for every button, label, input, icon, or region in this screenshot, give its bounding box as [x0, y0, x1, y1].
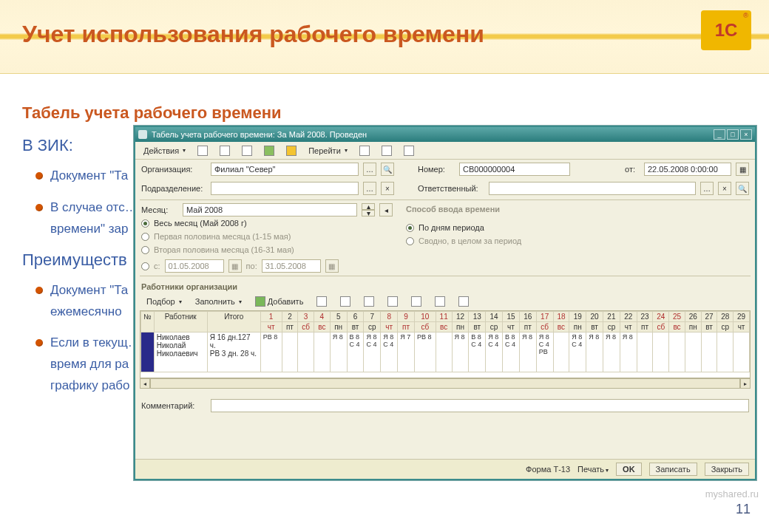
radio-full-month[interactable]: Весь месяц (Май 2008 г)	[141, 216, 393, 230]
radio-icon	[406, 224, 414, 232]
sort-desc-icon	[435, 296, 445, 307]
org-select-button[interactable]: …	[363, 163, 376, 176]
row-tool-5[interactable]	[406, 294, 427, 309]
radio-second-half[interactable]: Вторая половина месяца (16-31 мая)	[141, 243, 393, 256]
dept-clear-button[interactable]: ×	[381, 182, 394, 195]
month-label: Месяц:	[141, 205, 178, 214]
tool-icon-4[interactable]	[259, 143, 280, 158]
radio-icon	[141, 246, 149, 254]
to-calendar-button[interactable]: ▦	[325, 259, 339, 273]
radio-summary[interactable]: Сводно, в целом за период	[406, 234, 749, 248]
close-form-button[interactable]: Закрыть	[705, 463, 749, 476]
list-icon	[382, 146, 392, 156]
sort-asc-icon	[411, 296, 421, 307]
radio-by-days[interactable]: По дням периода	[406, 221, 749, 234]
tool-icon-1[interactable]	[192, 143, 213, 158]
month-field[interactable]: Май 2008	[183, 203, 357, 216]
range-to-field[interactable]: 31.05.2008	[262, 259, 321, 273]
post-icon	[264, 146, 274, 156]
tool-icon-5[interactable]	[281, 143, 302, 158]
bullet-icon	[35, 172, 43, 180]
row-tool-1[interactable]	[311, 294, 332, 309]
from-calendar-button[interactable]: ▦	[228, 259, 242, 273]
slide-subtitle: Табель учета рабочего времени	[22, 103, 747, 123]
fill-button[interactable]: Заполнить	[190, 295, 247, 308]
bullet-icon	[35, 204, 43, 211]
pick-button[interactable]: Подбор	[141, 295, 187, 308]
main-toolbar: Действия Перейти	[135, 142, 755, 160]
resp-label: Ответственный:	[418, 184, 484, 193]
radio-first-half[interactable]: Первая половина месяца (1-15 мая)	[141, 230, 393, 243]
comment-field[interactable]	[211, 399, 749, 412]
magnifier-icon: 🔍	[738, 185, 747, 193]
bullet-icon	[35, 287, 43, 294]
magnifier-icon: 🔍	[383, 166, 392, 174]
tool-icon-6[interactable]	[354, 143, 375, 158]
minimize-button[interactable]: _	[714, 129, 725, 140]
date-field[interactable]: 22.05.2008 0:00:00	[644, 163, 731, 176]
radio-icon	[406, 237, 414, 245]
maximize-button[interactable]: □	[727, 129, 739, 140]
window-icon	[138, 130, 147, 139]
folder-icon	[286, 146, 297, 156]
close-button[interactable]: ×	[740, 129, 752, 140]
radio-icon	[141, 219, 149, 228]
bullet-icon	[35, 339, 43, 347]
tool-icon-2[interactable]	[214, 143, 235, 158]
watermark: myshared.ru	[705, 488, 759, 499]
add-button[interactable]: Добавить	[250, 294, 309, 309]
horizontal-scrollbar[interactable]	[150, 378, 740, 389]
employees-section-title: Работники организации	[135, 278, 755, 293]
slide-title: Учет использования рабочего времени	[22, 21, 484, 48]
logo-text: 1C	[715, 20, 738, 41]
timesheet-window: Табель учета рабочего времени: За Май 20…	[134, 126, 756, 480]
input-mode-title: Способ ввода времени	[406, 203, 749, 221]
resp-open-button[interactable]: 🔍	[736, 182, 749, 195]
month-prev-button[interactable]: ◂	[379, 203, 393, 216]
plus-icon	[255, 296, 265, 307]
org-open-button[interactable]: 🔍	[381, 163, 394, 176]
radio-range[interactable]	[141, 262, 149, 270]
calendar-icon: ▦	[739, 166, 746, 174]
row-tool-2[interactable]	[335, 294, 356, 309]
scroll-right-button[interactable]: ▸	[740, 378, 751, 389]
row-tool-3[interactable]	[359, 294, 379, 309]
tool-icon-8[interactable]	[399, 143, 419, 158]
window-title: Табель учета рабочего времени: За Май 20…	[152, 130, 709, 139]
dept-field[interactable]	[211, 182, 359, 195]
scroll-left-button[interactable]: ◂	[140, 378, 150, 389]
range-from-field[interactable]: 01.05.2008	[165, 259, 224, 273]
tool-icon-3[interactable]	[237, 143, 257, 158]
actions-menu[interactable]: Действия	[138, 144, 191, 157]
1c-logo: 1C ®	[701, 10, 751, 50]
form-t13-link[interactable]: Форма Т-13	[526, 465, 570, 474]
row-tool-4[interactable]	[382, 294, 403, 309]
org-field[interactable]: Филиал "Север"	[211, 163, 359, 176]
goto-menu[interactable]: Перейти	[303, 144, 353, 157]
row-tool-6[interactable]	[430, 294, 450, 309]
resp-field[interactable]	[489, 182, 696, 195]
comment-label: Комментарий:	[141, 401, 206, 410]
save-button[interactable]: Записать	[649, 463, 697, 476]
down-icon	[387, 296, 398, 307]
window-titlebar[interactable]: Табель учета рабочего времени: За Май 20…	[135, 127, 755, 142]
row-tool-7[interactable]	[453, 294, 474, 309]
tool-icon-7[interactable]	[376, 143, 397, 158]
help-icon	[359, 146, 370, 156]
number-field[interactable]: СВ000000004	[459, 163, 570, 176]
ok-button[interactable]: OK	[616, 463, 642, 476]
up-icon	[364, 296, 374, 307]
window-footer: Форма Т-13 Печать OK Записать Закрыть	[135, 459, 755, 479]
date-calendar-button[interactable]: ▦	[736, 163, 749, 176]
edit-icon	[242, 146, 252, 156]
print-menu[interactable]: Печать	[577, 465, 609, 474]
new-icon	[197, 146, 208, 156]
timesheet-grid[interactable]: №РаботникИтого12345678910111213141516171…	[140, 310, 751, 378]
date-label: от:	[625, 165, 640, 174]
month-down-button[interactable]: ▾	[362, 210, 375, 216]
resp-select-button[interactable]: …	[700, 182, 714, 195]
dept-select-button[interactable]: …	[363, 182, 376, 195]
range-from-label: с:	[154, 262, 160, 270]
range-to-label: по:	[246, 262, 257, 270]
resp-clear-button[interactable]: ×	[718, 182, 731, 195]
